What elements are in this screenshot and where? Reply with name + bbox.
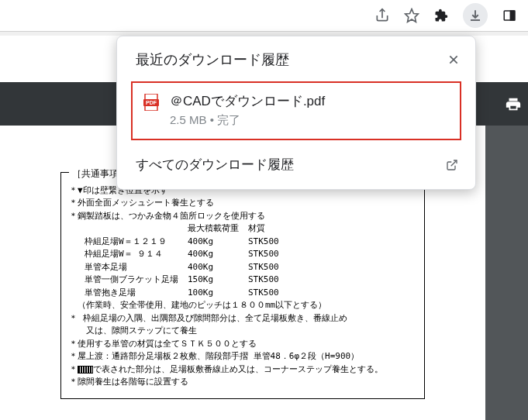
all-downloads-link[interactable]: すべてのダウンロード履歴 [136, 156, 294, 174]
svg-rect-3 [511, 11, 515, 20]
doc-line: ＊使用する単管の材質は全てＳＴＫ５００とする [69, 338, 416, 351]
svg-line-9 [451, 160, 457, 166]
doc-line: ＊ 枠組足場の入隅、出隅部及び隙間部分は、全て足場板敷き、番線止め [69, 312, 416, 325]
star-icon[interactable] [404, 8, 419, 23]
doc-line: 又は、隙間ステップにて養生 [69, 325, 416, 338]
external-link-icon [446, 159, 458, 171]
hatch-marker [78, 366, 93, 374]
doc-line: ＊で表された部分は、足場板敷番線止め又は、コーナーステップ養生とする。 [69, 363, 416, 377]
doc-table: 最大積載荷重材質 枠組足場W＝１２１９400KgSTK500 枠組足場W＝ ９１… [85, 222, 288, 299]
downloads-button[interactable] [463, 3, 488, 28]
popup-title: 最近のダウンロード履歴 [136, 50, 289, 69]
doc-line: （作業時、安全帯使用、建地のピッチは１８００mm以下とする） [69, 299, 416, 312]
doc-line: ＊鋼製踏板は、つかみ金物４箇所ロックを使用する [69, 210, 416, 223]
svg-text:PDF: PDF [146, 100, 157, 105]
popup-footer[interactable]: すべてのダウンロード履歴 [117, 148, 475, 183]
doc-line: ＊屋上渡：通路部分足場板２枚敷、階段部手摺 単管48．6φ２段（H=900） [69, 350, 416, 363]
browser-toolbar [0, 0, 528, 31]
doc-line: ＊隙間養生は各階毎に設置する [69, 376, 416, 389]
puzzle-icon[interactable] [433, 8, 449, 23]
pdf-page: ［共通事項］ ＊▼印は壁繋ぎ位置を示す ＊外面全面メッシュシート養生とする ＊鋼… [60, 172, 425, 420]
print-icon[interactable] [505, 96, 522, 113]
downloads-popup: 最近のダウンロード履歴 PDF ＠CADでダウンロード.pdf 2.5 MB •… [116, 36, 476, 190]
download-meta: 2.5 MB • 完了 [170, 113, 325, 128]
pdf-sidebar-right [485, 126, 528, 420]
doc-frame: ［共通事項］ ＊▼印は壁繋ぎ位置を示す ＊外面全面メッシュシート養生とする ＊鋼… [60, 172, 425, 399]
share-icon[interactable] [374, 8, 390, 23]
svg-marker-0 [405, 9, 419, 22]
side-panel-icon[interactable] [502, 8, 517, 23]
close-icon[interactable] [447, 53, 460, 66]
download-item[interactable]: PDF ＠CADでダウンロード.pdf 2.5 MB • 完了 [131, 81, 461, 140]
doc-line: ＊外面全面メッシュシート養生とする [69, 197, 416, 210]
download-filename: ＠CADでダウンロード.pdf [170, 92, 325, 110]
pdf-file-icon: PDF [143, 94, 159, 111]
